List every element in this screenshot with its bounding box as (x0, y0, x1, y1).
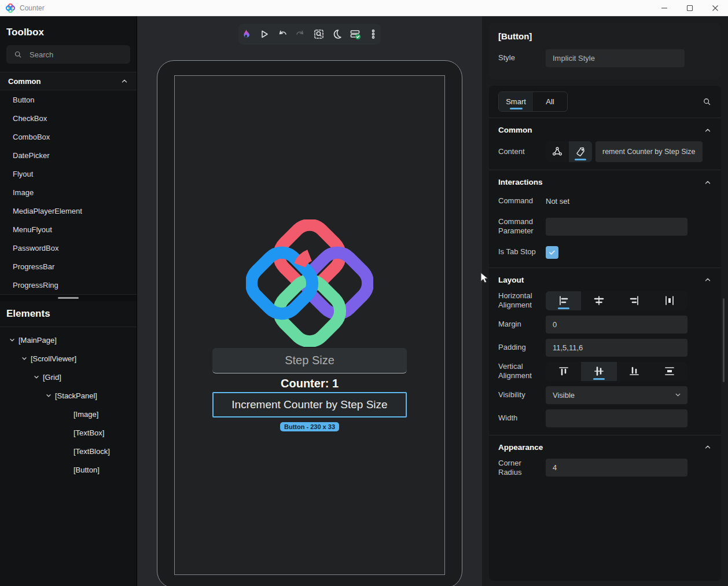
segment-active-underline (593, 378, 605, 380)
device-screen: Step Size Counter: 1 Increment Counter b… (174, 75, 445, 575)
padding-input[interactable]: 11,5,11,6 (546, 339, 687, 357)
status-check-button[interactable] (348, 27, 363, 42)
align-horizontal-left-button[interactable] (546, 291, 581, 310)
binding-mode-button[interactable] (546, 141, 569, 162)
section-interactions: Interactions Command Not set Command Par… (489, 170, 721, 260)
chevron-down-icon[interactable] (8, 336, 16, 344)
tab-all-label: All (546, 97, 554, 106)
tree-item-textblock[interactable]: [TextBlock] (0, 442, 137, 460)
play-button[interactable] (257, 27, 272, 42)
panel-splitter[interactable] (0, 294, 137, 301)
tab-active-underline (510, 108, 523, 109)
tab-smart[interactable]: Smart (499, 92, 533, 111)
align-vertical-bottom-button[interactable] (617, 362, 652, 381)
tree-item-label: [Image] (73, 410, 98, 419)
content-input[interactable]: rement Counter by Step Size (595, 141, 703, 162)
toolbox-search-input[interactable]: Search (6, 45, 130, 64)
app-window: Counter Toolbox Search Common (0, 0, 728, 586)
section-common-header[interactable]: Common (489, 118, 721, 140)
increment-counter-button[interactable]: Increment Counter by Step Size (212, 392, 407, 417)
maximize-button[interactable] (677, 0, 703, 16)
close-button[interactable] (703, 0, 728, 16)
align-horizontal-stretch-button[interactable] (652, 291, 687, 310)
panel-scrollbar[interactable] (723, 298, 725, 382)
corner-radius-label: Corner Radius (498, 459, 546, 478)
vertical-alignment-group (546, 362, 687, 381)
inspect-element-button[interactable] (311, 27, 326, 42)
toolbox-item-combobox[interactable]: ComboBox (0, 127, 137, 146)
section-appearance-header[interactable]: Appearance (489, 435, 721, 457)
tree-item-scrollviewer[interactable]: [ScrollViewer] (0, 349, 137, 368)
chevron-down-icon[interactable] (20, 354, 28, 362)
toolbox-item-button[interactable]: Button (0, 90, 137, 109)
toolbox-section-label: Common (8, 77, 41, 86)
tree-item-label: [TextBlock] (73, 447, 110, 456)
align-vertical-top-button[interactable] (546, 362, 581, 381)
align-vertical-center-button[interactable] (581, 362, 616, 381)
toolbox-item-menuflyout[interactable]: MenuFlyout (0, 220, 137, 239)
is-tab-stop-checkbox[interactable] (546, 246, 558, 259)
stretch-horizontal-icon (664, 295, 675, 306)
more-menu-button[interactable] (366, 27, 381, 42)
style-input[interactable]: Implicit Style (546, 49, 685, 67)
stretch-vertical-icon (664, 365, 675, 377)
tree-item-label: [MainPage] (19, 336, 57, 345)
section-appearance: Appearance Corner Radius 4 (489, 435, 721, 478)
binding-icon (552, 146, 562, 157)
toolbox-item-progressbar[interactable]: ProgressBar (0, 257, 137, 276)
toolbox-item-datepicker[interactable]: DatePicker (0, 146, 137, 164)
toolbox-item-progressring[interactable]: ProgressRing (0, 276, 137, 294)
corner-radius-input[interactable]: 4 (546, 459, 687, 477)
segment-active-underline (558, 307, 569, 309)
tree-item-textbox[interactable]: [TextBox] (0, 423, 137, 442)
align-vertical-stretch-button[interactable] (652, 362, 687, 381)
divider (0, 327, 137, 327)
chevron-up-icon (120, 77, 128, 85)
toolbox-item-image[interactable]: Image (0, 183, 137, 202)
device-frame: Step Size Counter: 1 Increment Counter b… (157, 60, 462, 586)
step-size-placeholder: Step Size (285, 354, 334, 367)
margin-input[interactable]: 0 (546, 316, 687, 334)
align-horizontal-right-button[interactable] (617, 291, 652, 310)
command-parameter-input[interactable] (546, 218, 687, 236)
toolbox-title: Toolbox (0, 16, 137, 38)
step-size-textbox[interactable]: Step Size (212, 348, 407, 373)
tree-item-stackpanel[interactable]: [StackPanel] (0, 386, 137, 405)
chevron-down-icon[interactable] (45, 391, 53, 400)
splitter-handle-icon (58, 297, 79, 299)
tab-group: Smart All (498, 91, 568, 112)
tree-item-mainpage[interactable]: [MainPage] (0, 331, 137, 349)
theme-moon-button[interactable] (330, 27, 345, 42)
literal-mode-button[interactable] (569, 141, 592, 162)
toolbox-item-passwordbox[interactable]: PasswordBox (0, 239, 137, 257)
toolbox-item-checkbox[interactable]: CheckBox (0, 109, 137, 127)
properties-search-button[interactable] (702, 97, 712, 107)
toolbox-item-mediaplayerelement[interactable]: MediaPlayerElement (0, 202, 137, 220)
hot-design-flame-button[interactable] (238, 27, 253, 42)
section-layout: Layout Horizontal Alignment (489, 268, 721, 427)
redo-button[interactable] (293, 27, 308, 42)
section-common: Common Content (489, 118, 721, 162)
tree-item-label: [Button] (73, 466, 100, 474)
undo-button[interactable] (275, 27, 290, 42)
tree-item-button[interactable]: [Button] (0, 460, 137, 479)
selection-size-badge: Button - 230 x 33 (280, 422, 339, 431)
tree-item-label: [Grid] (43, 373, 61, 382)
visibility-select[interactable]: Visible (546, 386, 687, 404)
section-layout-header[interactable]: Layout (489, 268, 721, 290)
toolbox-item-flyout[interactable]: Flyout (0, 164, 137, 183)
align-center-vertical-icon (593, 365, 605, 377)
style-label: Style (498, 53, 546, 63)
section-interactions-header[interactable]: Interactions (489, 170, 721, 192)
tree-item-image[interactable]: [Image] (0, 405, 137, 423)
tree-item-grid[interactable]: [Grid] (0, 368, 137, 386)
counter-textblock: Counter: 1 (281, 377, 339, 390)
width-input[interactable] (546, 409, 687, 427)
toolbox-section-common[interactable]: Common (0, 72, 137, 90)
minimize-button[interactable] (652, 0, 677, 16)
check-icon (548, 248, 556, 257)
tab-all[interactable]: All (533, 92, 567, 111)
window-title: Counter (20, 4, 45, 12)
chevron-down-icon[interactable] (32, 373, 41, 381)
align-horizontal-center-button[interactable] (581, 291, 616, 310)
